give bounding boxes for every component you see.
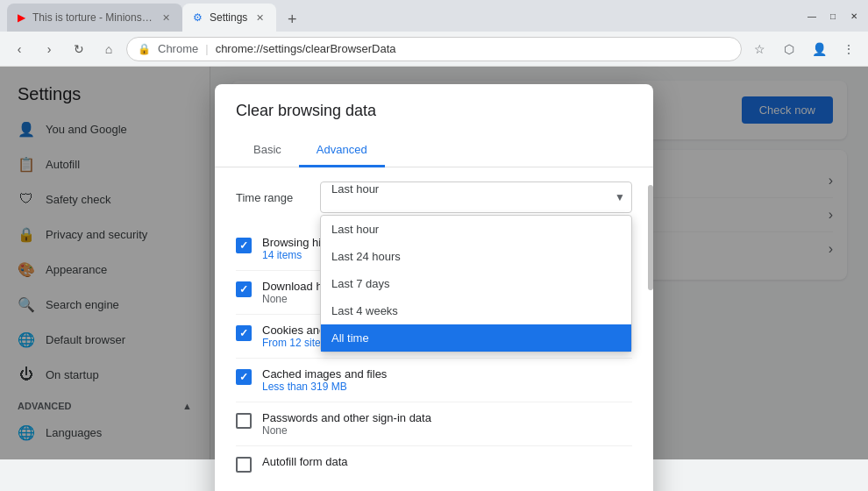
tab-settings-close[interactable]: ✕ xyxy=(254,11,266,25)
checkbox-cached-label: Cached images and files Less than 319 MB xyxy=(262,367,632,393)
time-range-row: Time range Last hour ▼ Last hour Last 24… xyxy=(236,181,632,213)
time-range-dropdown: Last hour Last 24 hours Last 7 days Last… xyxy=(320,215,632,352)
cached-subtitle: Less than 319 MB xyxy=(262,381,632,393)
tab-settings[interactable]: ⚙ Settings ✕ xyxy=(182,4,276,32)
tab-youtube[interactable]: ▶ This is torture - Minions - YouTu... ✕ xyxy=(7,4,182,32)
dropdown-option-last-7[interactable]: Last 7 days xyxy=(321,270,631,297)
tab-settings-title: Settings xyxy=(210,11,247,24)
checkbox-passwords-unchecked[interactable] xyxy=(236,413,252,429)
maximize-button[interactable]: □ xyxy=(826,9,840,23)
title-bar: ▶ This is torture - Minions - YouTu... ✕… xyxy=(0,0,868,32)
dropdown-option-last-24[interactable]: Last 24 hours xyxy=(321,243,631,270)
passwords-subtitle: None xyxy=(262,424,632,437)
dropdown-option-last-hour[interactable]: Last hour xyxy=(321,216,631,243)
refresh-button[interactable]: ↻ xyxy=(67,37,91,61)
modal-scrollbar-thumb xyxy=(648,185,653,290)
main-layout: Settings 👤 You and Google 📋 Autofill 🛡 S… xyxy=(0,67,868,459)
close-button[interactable]: ✕ xyxy=(847,9,861,23)
checkbox-passwords-label: Passwords and other sign-in data None xyxy=(262,411,632,437)
profile-button[interactable]: 👤 xyxy=(807,37,831,61)
extensions-button[interactable]: ⬡ xyxy=(777,37,801,61)
autofill-title: Autofill form data xyxy=(262,455,632,468)
tab-basic[interactable]: Basic xyxy=(236,134,299,167)
tab-advanced[interactable]: Advanced xyxy=(299,134,385,167)
forward-button[interactable]: › xyxy=(37,37,61,61)
bookmark-button[interactable]: ☆ xyxy=(747,37,772,61)
checkbox-autofill-unchecked[interactable] xyxy=(236,457,252,473)
menu-button[interactable]: ⋮ xyxy=(836,37,861,61)
checkmark-icon-2: ✓ xyxy=(239,283,248,295)
modal-title: Clear browsing data xyxy=(215,84,653,134)
youtube-favicon: ▶ xyxy=(18,11,25,24)
checkmark-icon-4: ✓ xyxy=(239,371,248,383)
new-tab-button[interactable]: + xyxy=(280,7,304,32)
url-text: chrome://settings/clearBrowserData xyxy=(216,42,396,55)
back-button[interactable]: ‹ xyxy=(7,37,32,61)
tab-youtube-title: This is torture - Minions - YouTu... xyxy=(32,11,153,24)
checkbox-cookies-checked[interactable]: ✓ xyxy=(236,325,252,341)
checkbox-autofill: Autofill form data xyxy=(236,446,632,481)
checkbox-passwords: Passwords and other sign-in data None xyxy=(236,402,632,446)
dropdown-option-all-time[interactable]: All time xyxy=(321,324,631,352)
checkmark-icon-3: ✓ xyxy=(239,327,248,339)
tab-youtube-close[interactable]: ✕ xyxy=(160,11,172,25)
toolbar-buttons: ☆ ⬡ 👤 ⋮ xyxy=(747,37,861,61)
cached-title: Cached images and files xyxy=(262,367,632,381)
modal-body: Time range Last hour ▼ Last hour Last 24… xyxy=(215,167,653,491)
time-range-select[interactable]: Last hour xyxy=(320,181,632,213)
checkmark-icon: ✓ xyxy=(239,239,248,252)
checkbox-autofill-label: Autofill form data xyxy=(262,455,632,468)
checkbox-cached-checked[interactable]: ✓ xyxy=(236,369,252,385)
dropdown-option-last-4[interactable]: Last 4 weeks xyxy=(321,297,631,324)
minimize-button[interactable]: — xyxy=(805,9,819,23)
time-range-label: Time range xyxy=(236,191,306,204)
home-button[interactable]: ⌂ xyxy=(96,37,121,61)
checkbox-browsing-checked[interactable]: ✓ xyxy=(236,238,252,253)
modal-body-content: Time range Last hour ▼ Last hour Last 24… xyxy=(215,167,653,491)
address-bar[interactable]: 🔒 Chrome | chrome://settings/clearBrowse… xyxy=(126,37,742,61)
passwords-title: Passwords and other sign-in data xyxy=(262,411,632,424)
settings-favicon: ⚙ xyxy=(193,11,203,24)
chrome-label: Chrome xyxy=(158,42,198,55)
lock-icon: 🔒 xyxy=(138,43,151,55)
time-range-value: Last hour xyxy=(331,182,379,196)
address-separator: | xyxy=(205,42,208,55)
window-controls: — □ ✕ xyxy=(805,9,861,23)
modal-overlay: Clear browsing data Basic Advanced Time … xyxy=(0,67,868,459)
clear-browsing-data-modal: Clear browsing data Basic Advanced Time … xyxy=(215,84,653,491)
checkbox-download-checked[interactable]: ✓ xyxy=(236,281,252,297)
address-bar-row: ‹ › ↻ ⌂ 🔒 Chrome | chrome://settings/cle… xyxy=(0,32,868,67)
time-range-select-wrapper: Last hour ▼ Last hour Last 24 hours Last… xyxy=(320,181,632,213)
modal-tabs: Basic Advanced xyxy=(215,134,653,167)
modal-scrollbar xyxy=(648,167,653,491)
checkbox-cached: ✓ Cached images and files Less than 319 … xyxy=(236,359,632,402)
